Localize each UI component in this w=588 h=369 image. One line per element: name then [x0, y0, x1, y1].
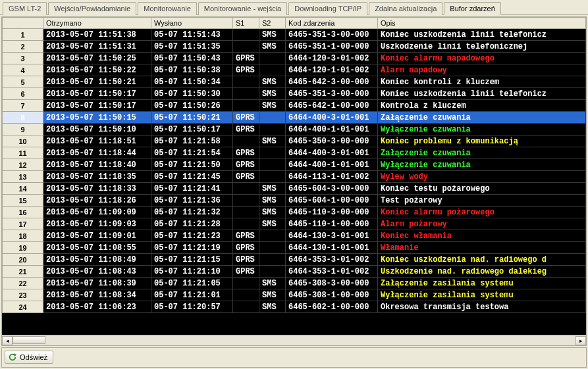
cell: Kontrola z kluczem — [378, 100, 586, 112]
cell: GPRS — [233, 64, 259, 76]
cell — [233, 88, 259, 100]
row-number-cell: 11 — [3, 147, 43, 159]
table-row[interactable]: 52013-05-07 11:50:2105-07 11:50:34SMS646… — [3, 76, 586, 88]
table-row[interactable]: 162013-05-07 11:09:0905-07 11:21:32SMS64… — [3, 207, 586, 218]
cell: 2013-05-07 11:06:23 — [43, 301, 151, 313]
tab-1[interactable]: Wejścia/Powiadamianie — [48, 2, 136, 15]
row-number-cell: 6 — [3, 88, 43, 100]
cell: Koniec uszkodzenia linii telefonicz — [378, 29, 586, 41]
table-row[interactable]: 172013-05-07 11:09:0305-07 11:21:28SMS64… — [3, 218, 586, 230]
scroll-right-button[interactable]: ▸ — [575, 336, 586, 345]
cell: 05-07 11:21:32 — [151, 207, 233, 218]
col-desc[interactable]: Opis — [378, 18, 586, 29]
scroll-thumb[interactable] — [13, 336, 45, 344]
table-row[interactable]: 182013-05-07 11:09:0105-07 11:21:23GPRS6… — [3, 230, 586, 242]
row-number-cell: 5 — [3, 76, 43, 88]
cell: 6464-120-3-01-002 — [286, 53, 378, 64]
cell: 05-07 11:50:43 — [151, 53, 233, 64]
table-row[interactable]: 232013-05-07 11:08:3405-07 11:21:01SMS64… — [3, 289, 586, 301]
cell: SMS — [259, 29, 286, 41]
refresh-button[interactable]: Odśwież — [5, 351, 53, 364]
cell: 2013-05-07 11:51:31 — [43, 41, 151, 53]
table-row[interactable]: 152013-05-07 11:18:2605-07 11:21:36SMS64… — [3, 195, 586, 207]
col-rownum[interactable] — [3, 18, 43, 29]
col-s1[interactable]: S1 — [233, 18, 259, 29]
horizontal-scrollbar[interactable]: ◂ ▸ — [2, 335, 586, 345]
table-row[interactable]: 72013-05-07 11:50:1705-07 11:50:26SMS646… — [3, 100, 586, 112]
table-row[interactable]: 112013-05-07 11:18:4405-07 11:21:54GPRS6… — [3, 147, 586, 159]
scroll-track[interactable] — [13, 336, 575, 345]
table-row[interactable]: 62013-05-07 11:50:1705-07 11:50:30SMS646… — [3, 88, 586, 100]
cell: 05-07 11:21:10 — [151, 266, 233, 278]
table-row[interactable]: 12013-05-07 11:51:3805-07 11:51:43SMS646… — [3, 29, 586, 41]
table-row[interactable]: 92013-05-07 11:50:1005-07 11:50:17GPRS64… — [3, 124, 586, 135]
table-row[interactable]: 102013-05-07 11:18:5105-07 11:21:58SMS64… — [3, 135, 586, 147]
scroll-left-button[interactable]: ◂ — [2, 336, 13, 345]
cell: 6465-602-1-00-000 — [286, 301, 378, 313]
row-number-cell: 4 — [3, 64, 43, 76]
grid-header-row: Otrzymano Wysłano S1 S2 Kod zdarzenia Op… — [3, 18, 586, 29]
table-row[interactable]: 22013-05-07 11:51:3105-07 11:51:35SMS646… — [3, 41, 586, 53]
cell — [233, 135, 259, 147]
cell: 2013-05-07 11:50:21 — [43, 76, 151, 88]
table-row[interactable]: 212013-05-07 11:08:4305-07 11:21:10GPRS6… — [3, 266, 586, 278]
cell: Test pożarowy — [378, 195, 586, 207]
row-number-cell: 2 — [3, 41, 43, 53]
table-row[interactable]: 42013-05-07 11:50:2205-07 11:50:38GPRS64… — [3, 64, 586, 76]
table-row[interactable]: 242013-05-07 11:06:2305-07 11:20:57SMS64… — [3, 301, 586, 313]
table-row[interactable]: 132013-05-07 11:18:3505-07 11:21:45GPRS6… — [3, 171, 586, 183]
cell: Alarm napadowy — [378, 64, 586, 76]
cell — [259, 147, 286, 159]
cell — [259, 171, 286, 183]
cell: 05-07 11:51:35 — [151, 41, 233, 53]
col-code[interactable]: Kod zdarzenia — [286, 18, 378, 29]
tab-0[interactable]: GSM LT-2 — [3, 2, 47, 15]
tab-6[interactable]: Bufor zdarzeń — [444, 2, 500, 15]
col-s2[interactable]: S2 — [259, 18, 286, 29]
cell: SMS — [259, 76, 286, 88]
row-number-cell: 23 — [3, 289, 43, 301]
tab-3[interactable]: Monitorowanie - wejścia — [198, 2, 287, 15]
cell: 05-07 11:21:05 — [151, 278, 233, 289]
tab-bar: GSM LT-2Wejścia/PowiadamianieMonitorowan… — [0, 0, 588, 15]
col-received[interactable]: Otrzymano — [43, 18, 151, 29]
cell — [233, 29, 259, 41]
cell: 2013-05-07 11:50:17 — [43, 88, 151, 100]
cell: 05-07 11:50:38 — [151, 64, 233, 76]
cell: 6465-308-1-00-000 — [286, 289, 378, 301]
cell: 6465-110-1-00-000 — [286, 218, 378, 230]
row-number-cell: 13 — [3, 171, 43, 183]
cell: 6465-110-3-00-000 — [286, 207, 378, 218]
cell: SMS — [259, 135, 286, 147]
cell: GPRS — [233, 124, 259, 135]
cell: Alarm pożarowy — [378, 218, 586, 230]
table-row[interactable]: 202013-05-07 11:08:4905-07 11:21:15GPRS6… — [3, 254, 586, 266]
cell: SMS — [259, 289, 286, 301]
table-row[interactable]: 142013-05-07 11:18:3305-07 11:21:41SMS64… — [3, 183, 586, 195]
cell: 6464-130-3-01-001 — [286, 230, 378, 242]
cell: 05-07 11:21:15 — [151, 254, 233, 266]
table-row[interactable]: 222013-05-07 11:08:3905-07 11:21:05SMS64… — [3, 278, 586, 289]
table-row[interactable]: 82013-05-07 11:50:1505-07 11:50:21GPRS64… — [3, 112, 586, 124]
table-row[interactable]: 192013-05-07 11:08:5505-07 11:21:19GPRS6… — [3, 242, 586, 254]
footer-bar: Odśwież — [1, 347, 587, 368]
cell: 6465-604-1-00-000 — [286, 195, 378, 207]
row-number-cell: 12 — [3, 159, 43, 171]
cell: GPRS — [233, 159, 259, 171]
tab-2[interactable]: Monitorowanie — [138, 2, 197, 15]
cell: 05-07 11:50:30 — [151, 88, 233, 100]
tab-4[interactable]: Downloading TCP/IP — [288, 2, 367, 15]
cell: 6464-400-3-01-001 — [286, 147, 378, 159]
grid-scroll-viewport[interactable]: Otrzymano Wysłano S1 S2 Kod zdarzenia Op… — [2, 17, 586, 335]
table-row[interactable]: 122013-05-07 11:18:4005-07 11:21:50GPRS6… — [3, 159, 586, 171]
col-sent[interactable]: Wysłano — [151, 18, 233, 29]
cell: 6464-400-1-01-001 — [286, 159, 378, 171]
cell: 6464-130-1-01-001 — [286, 242, 378, 254]
tab-5[interactable]: Zdalna aktualizacja — [369, 2, 442, 15]
table-row[interactable]: 32013-05-07 11:50:2505-07 11:50:43GPRS64… — [3, 53, 586, 64]
cell: Załączenie zasilania systemu — [378, 278, 586, 289]
cell — [259, 266, 286, 278]
cell: Załączenie czuwania — [378, 147, 586, 159]
cell — [233, 100, 259, 112]
cell: 2013-05-07 11:09:01 — [43, 230, 151, 242]
